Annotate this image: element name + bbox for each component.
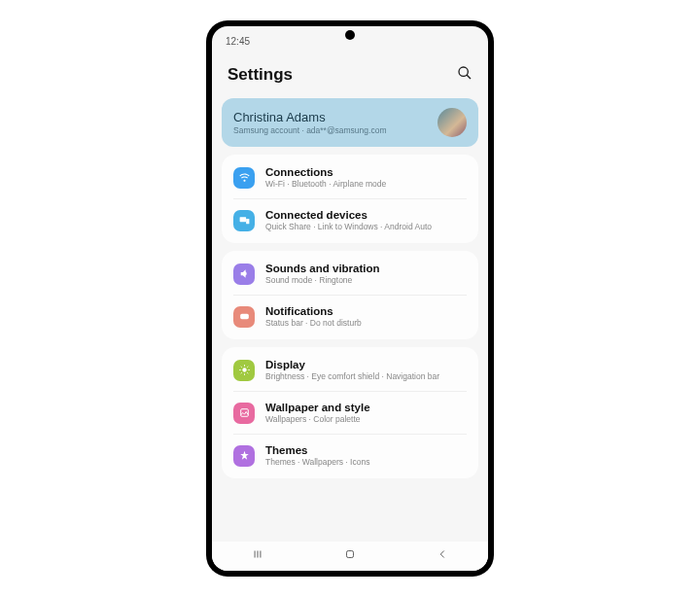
svg-point-6 [242, 368, 246, 371]
settings-item-wallpaper[interactable]: Wallpaper and style Wallpapers · Color p… [233, 391, 467, 434]
nav-home-button[interactable] [343, 547, 357, 565]
item-title: Sounds and vibration [265, 263, 380, 274]
item-title: Connected devices [265, 209, 432, 221]
display-icon [233, 360, 255, 381]
item-title: Connections [265, 166, 386, 178]
wifi-icon [233, 167, 255, 189]
settings-group: Sounds and vibration Sound mode · Ringto… [222, 251, 478, 339]
status-time: 12:45 [226, 36, 250, 47]
svg-point-0 [459, 67, 468, 76]
svg-rect-2 [239, 217, 246, 222]
item-subtitle: Wallpapers · Color palette [265, 414, 370, 424]
account-card[interactable]: Christina Adams Samsung account · ada**@… [222, 98, 478, 147]
notification-icon [233, 306, 255, 328]
sound-icon [233, 263, 255, 285]
settings-item-connected-devices[interactable]: Connected devices Quick Share · Link to … [233, 198, 467, 241]
page-header: Settings [212, 52, 488, 94]
item-title: Notifications [265, 305, 362, 317]
item-subtitle: Wi-Fi · Bluetooth · Airplane mode [265, 179, 386, 189]
wallpaper-icon [233, 403, 255, 424]
account-name: Christina Adams [233, 110, 386, 124]
page-title: Settings [228, 65, 293, 85]
settings-item-themes[interactable]: Themes Themes · Wallpapers · Icons [233, 434, 467, 476]
svg-point-5 [241, 316, 242, 317]
svg-rect-4 [240, 314, 249, 319]
item-title: Display [265, 359, 439, 370]
settings-item-sounds[interactable]: Sounds and vibration Sound mode · Ringto… [222, 253, 478, 295]
account-subtitle: Samsung account · ada**@samsung.com [233, 125, 386, 135]
navigation-bar [212, 542, 488, 571]
svg-rect-11 [346, 551, 353, 558]
front-camera [345, 30, 355, 40]
item-subtitle: Status bar · Do not disturb [265, 318, 362, 328]
item-subtitle: Themes · Wallpapers · Icons [265, 457, 369, 467]
devices-icon [233, 210, 255, 231]
item-subtitle: Brightness · Eye comfort shield · Naviga… [265, 371, 439, 381]
avatar [438, 108, 467, 137]
item-title: Themes [265, 444, 369, 456]
settings-item-notifications[interactable]: Notifications Status bar · Do not distur… [233, 295, 467, 337]
item-subtitle: Quick Share · Link to Windows · Android … [265, 222, 432, 231]
nav-recents-button[interactable] [251, 547, 264, 565]
content-scroll[interactable]: 12:45 Settings [212, 26, 488, 542]
nav-back-button[interactable] [436, 547, 449, 565]
themes-icon [233, 445, 255, 467]
svg-line-1 [467, 75, 471, 79]
item-title: Wallpaper and style [265, 402, 370, 413]
search-button[interactable] [457, 65, 472, 85]
screen: 12:45 Settings [212, 26, 488, 571]
settings-item-display[interactable]: Display Brightness · Eye comfort shield … [222, 349, 478, 391]
settings-group: Connections Wi-Fi · Bluetooth · Airplane… [222, 155, 478, 243]
phone-frame: 12:45 Settings [206, 20, 494, 577]
settings-group: Display Brightness · Eye comfort shield … [222, 347, 478, 478]
svg-rect-3 [246, 219, 249, 224]
settings-item-connections[interactable]: Connections Wi-Fi · Bluetooth · Airplane… [222, 157, 478, 198]
item-subtitle: Sound mode · Ringtone [265, 275, 380, 285]
